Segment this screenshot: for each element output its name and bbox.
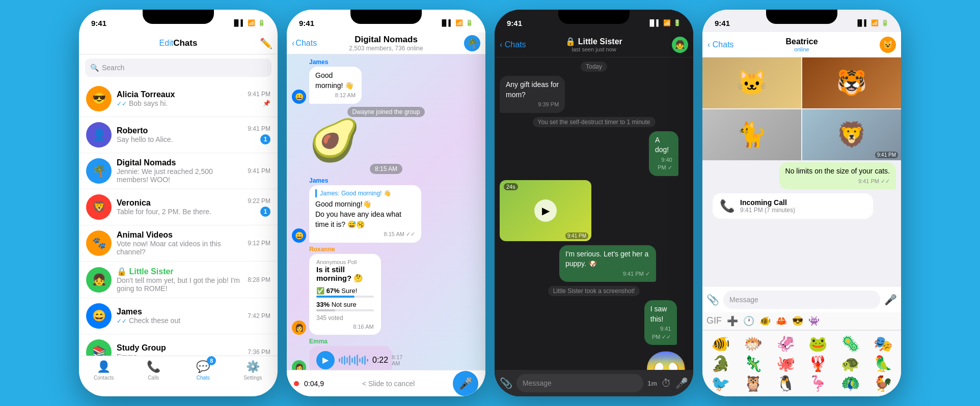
chat-item-digital-nomads[interactable]: 🌴 Digital Nomads Jennie: We just reached… bbox=[79, 153, 278, 189]
avatar-little-sister: 👧 bbox=[86, 267, 112, 293]
sticker-item-15[interactable]: 🐧 bbox=[770, 374, 801, 392]
record-button[interactable]: 🎤 bbox=[453, 371, 478, 396]
compose-button[interactable]: ✏️ bbox=[260, 37, 273, 49]
chat-meta-roberto: 9:41 PM 1 bbox=[248, 125, 270, 144]
sticker-emoji-2[interactable]: 🦀 bbox=[776, 315, 787, 327]
tab-chats[interactable]: 💬 8 Chats bbox=[178, 360, 228, 381]
sticker-item-14[interactable]: 🦉 bbox=[738, 374, 769, 392]
nav-title-group: Chats bbox=[173, 38, 197, 48]
waveform-bar-12 bbox=[367, 359, 368, 362]
msg-time-puppy: 9:41 PM ✓ bbox=[565, 270, 650, 278]
chat-preview-animal-videos: Vote now! Moar cat videos in this channe… bbox=[117, 240, 242, 256]
sticker-item-13[interactable]: 🐦 bbox=[705, 374, 736, 392]
chat-item-alicia[interactable]: 😎 Alicia Torreaux ✓✓ Bob says hi. 9:41 P… bbox=[79, 81, 278, 117]
chat-items-list: 😎 Alicia Torreaux ✓✓ Bob says hi. 9:41 P… bbox=[79, 81, 278, 356]
sticker-emoji-3[interactable]: 😎 bbox=[792, 315, 803, 327]
chat-time-veronica: 9:22 PM bbox=[248, 197, 270, 205]
audio-play-button[interactable]: ▶ bbox=[316, 351, 335, 369]
chat-list-title: Chats bbox=[173, 38, 197, 48]
photo-cat2: 🐯 bbox=[802, 57, 901, 108]
mic-icon-dark[interactable]: 🎤 bbox=[675, 377, 688, 389]
sticker-item-2[interactable]: 🐡 bbox=[738, 335, 769, 353]
back-button-2[interactable]: ‹ Chats bbox=[292, 39, 317, 48]
beatrice-message-input[interactable]: Message bbox=[723, 291, 880, 309]
chat-preview-roberto: Say hello to Alice. bbox=[117, 135, 242, 143]
sticker-clock-icon[interactable]: 🕐 bbox=[743, 315, 754, 327]
msg-a-dog: A dog! 9:40 PM ✓ bbox=[649, 131, 688, 176]
video-thumb[interactable]: 24s ▶ 9:41 PM bbox=[500, 180, 591, 241]
status-time-2: 9:41 bbox=[299, 19, 314, 27]
battery-icon: 🔋 bbox=[258, 19, 265, 26]
attachment-icon[interactable]: 📎 bbox=[500, 377, 512, 389]
chat-item-veronica[interactable]: 🦁 Veronica Table for four, 2 PM. Be ther… bbox=[79, 189, 278, 225]
tab-contacts-label: Contacts bbox=[94, 375, 114, 381]
beatrice-nav-bar: ‹ Chats Beatrice online 😺 bbox=[702, 32, 901, 57]
chat-item-james[interactable]: 😄 James ✓✓ Check these out 7:42 PM bbox=[79, 298, 278, 334]
dark-chat-area: Today Any gift ideas for mom? 9:39 PM Yo… bbox=[495, 57, 693, 370]
recording-dot bbox=[294, 381, 299, 386]
mic-icon-beatrice[interactable]: 🎤 bbox=[884, 294, 897, 306]
sticker-item-6[interactable]: 🎭 bbox=[867, 335, 898, 353]
tab-calls[interactable]: 📞 Calls bbox=[129, 360, 179, 381]
beatrice-avatar-nav[interactable]: 😺 bbox=[880, 37, 896, 53]
sticker-item-5[interactable]: 🦠 bbox=[835, 335, 866, 353]
photo-cat1: 🐱 bbox=[702, 57, 801, 108]
chat-item-study-group[interactable]: 📚 Study Group Emma 7:36 PM bbox=[79, 334, 278, 356]
avatar-emma: 👩 bbox=[292, 360, 306, 370]
sender-james-2: James bbox=[309, 177, 421, 184]
tab-settings[interactable]: ⚙️ Settings bbox=[228, 360, 278, 381]
sticker-item-7[interactable]: 🐊 bbox=[705, 355, 736, 372]
attach-icon-beatrice[interactable]: 📎 bbox=[706, 294, 719, 306]
sticker-emoji-4[interactable]: 👾 bbox=[808, 315, 820, 327]
sticker-emoji-1[interactable]: 🐠 bbox=[759, 315, 771, 327]
chat-item-animal-videos[interactable]: 🐾 Animal Videos Vote now! Moar cat video… bbox=[79, 225, 278, 262]
chat-item-little-sister[interactable]: 👧 🔒 Little Sister Don't tell mom yet, bu… bbox=[79, 262, 278, 298]
msg-i-saw-this: I saw this! 9:41 PM ✓✓ bbox=[644, 300, 688, 345]
edit-button[interactable]: Edit bbox=[159, 39, 174, 48]
badge-veronica: 1 bbox=[260, 207, 270, 217]
group-chat-subtitle: 2,503 members, 736 online bbox=[349, 45, 423, 52]
sticker-item-16[interactable]: 🦩 bbox=[803, 374, 833, 392]
sticker-item-4[interactable]: 🐸 bbox=[803, 335, 833, 353]
sticker-item-11[interactable]: 🐢 bbox=[835, 355, 866, 372]
avatar-study-group: 📚 bbox=[86, 339, 112, 356]
sticker-item-9[interactable]: 🐙 bbox=[770, 355, 801, 372]
chat-info-animal-videos: Animal Videos Vote now! Moar cat videos … bbox=[117, 230, 242, 256]
poll-option-1-label: ✅ 67% Sure! bbox=[316, 287, 357, 295]
poll-option-2[interactable]: 33% Not sure bbox=[316, 301, 374, 311]
sticker-item-10[interactable]: 🦞 bbox=[803, 355, 833, 372]
gif-button[interactable]: GIF bbox=[706, 315, 722, 327]
dark-message-input[interactable]: Message bbox=[516, 374, 643, 392]
audio-time: 8:17 AM bbox=[392, 354, 402, 366]
sticker-item-1[interactable]: 🐠 bbox=[705, 335, 736, 353]
phone-dark-chat: 9:41 ▐▌▌ 📶 🔋 ‹ Chats 🔒 Little Sister las… bbox=[495, 10, 693, 396]
back-button-4[interactable]: ‹ Chats bbox=[707, 40, 734, 49]
wifi-icon-4: 📶 bbox=[871, 19, 879, 26]
group-avatar[interactable]: 🌴 bbox=[464, 35, 480, 51]
chat-item-roberto[interactable]: 👤 Roberto Say hello to Alice. 9:41 PM 1 bbox=[79, 117, 278, 153]
photo-grid: 🐱 🐯 🐈 🦁 9:41 PM bbox=[702, 57, 901, 160]
sticker-item-12[interactable]: 🦜 bbox=[867, 355, 898, 372]
back-button-3[interactable]: ‹ Chats bbox=[500, 40, 526, 49]
sticker-item-18[interactable]: 🐓 bbox=[867, 374, 898, 392]
sticker-item-17[interactable]: 🦚 bbox=[835, 374, 866, 392]
poll-option-2-label: 33% Not sure bbox=[316, 301, 357, 308]
audio-waveform bbox=[339, 354, 368, 366]
msg-gift-ideas: Any gift ideas for mom? 9:39 PM bbox=[500, 76, 587, 113]
sticker-item-8[interactable]: 🦎 bbox=[738, 355, 769, 372]
chat-time-animal-videos: 9:12 PM bbox=[248, 240, 270, 247]
waveform-bar-7 bbox=[354, 356, 356, 364]
chat-time-roberto: 9:41 PM bbox=[248, 125, 270, 132]
poll-option-1[interactable]: ✅ 67% Sure! bbox=[316, 287, 374, 298]
search-bar[interactable]: 🔍 Search bbox=[85, 59, 271, 77]
msg-poll: 👩 Roxanne Anonymous Poll Is it still mor… bbox=[292, 246, 401, 335]
video-play-button[interactable]: ▶ bbox=[534, 199, 557, 222]
sticker-add-button[interactable]: ➕ bbox=[727, 315, 738, 327]
waveform-bar-1 bbox=[339, 358, 340, 362]
timer-icon[interactable]: ⏱ bbox=[661, 378, 671, 389]
sticker-avocado: 🥑 bbox=[309, 120, 360, 161]
sticker-item-3[interactable]: 🦑 bbox=[770, 335, 801, 353]
photo-cat4: 🦁 9:41 PM bbox=[802, 109, 901, 160]
little-sister-avatar-nav[interactable]: 👧 bbox=[672, 37, 688, 53]
tab-contacts[interactable]: 👤 Contacts bbox=[79, 360, 129, 381]
